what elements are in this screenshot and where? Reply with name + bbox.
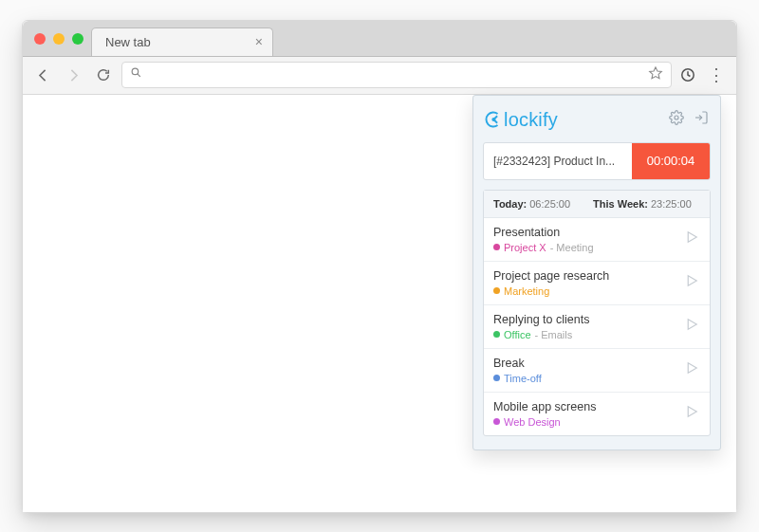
maximize-window-button[interactable] xyxy=(72,33,83,45)
entry-task: - Emails xyxy=(535,329,573,340)
clockify-logo-text: lockify xyxy=(504,109,558,131)
browser-menu-icon[interactable]: ⋮ xyxy=(704,64,729,85)
browser-toolbar: ⋮ xyxy=(23,57,736,95)
svg-marker-5 xyxy=(688,232,696,243)
window-controls xyxy=(23,33,95,45)
summary-week: This Week:23:25:00 xyxy=(593,198,692,210)
browser-window: New tab × ⋮ xyxy=(22,20,737,513)
time-entry[interactable]: Project page researchMarketing xyxy=(484,261,710,304)
entry-project: Project X xyxy=(504,242,546,253)
play-icon[interactable] xyxy=(683,229,700,249)
entry-task: - Meeting xyxy=(550,242,594,253)
back-button[interactable] xyxy=(30,63,55,87)
svg-marker-8 xyxy=(688,363,696,374)
time-entry[interactable]: BreakTime-off xyxy=(484,348,710,392)
address-bar[interactable] xyxy=(121,62,672,88)
forward-button[interactable] xyxy=(61,63,85,87)
project-color-dot xyxy=(493,375,500,381)
clockify-logo-icon xyxy=(485,111,502,128)
logout-icon[interactable] xyxy=(694,110,709,129)
close-window-button[interactable] xyxy=(34,33,46,45)
entry-title: Mobile app screens xyxy=(493,400,596,413)
time-entry[interactable]: PresentationProject X - Meeting xyxy=(484,218,710,261)
time-entry[interactable]: Mobile app screensWeb Design xyxy=(484,392,710,435)
entry-title: Break xyxy=(493,357,542,370)
page-content: lockify [#2332423] Product In... 00:00:0… xyxy=(23,95,736,512)
reload-button[interactable] xyxy=(91,63,116,87)
svg-marker-9 xyxy=(688,407,696,417)
bookmark-star-icon[interactable] xyxy=(648,65,663,84)
play-icon[interactable] xyxy=(683,272,700,293)
clockify-popup: lockify [#2332423] Product In... 00:00:0… xyxy=(472,95,721,450)
popup-header: lockify xyxy=(483,105,711,133)
active-timer: [#2332423] Product In... 00:00:04 xyxy=(483,142,711,180)
clockify-logo: lockify xyxy=(485,109,558,131)
project-color-dot xyxy=(493,331,500,338)
stop-timer-button[interactable]: 00:00:04 xyxy=(632,143,710,179)
entries-list: PresentationProject X - MeetingProject p… xyxy=(484,218,710,435)
entry-project: Marketing xyxy=(504,285,549,297)
play-icon[interactable] xyxy=(683,316,700,337)
search-icon xyxy=(130,66,142,82)
svg-point-3 xyxy=(492,119,494,120)
minimize-window-button[interactable] xyxy=(53,33,65,45)
entry-project: Time-off xyxy=(504,373,542,384)
play-icon[interactable] xyxy=(683,359,700,380)
entry-project: Web Design xyxy=(504,416,561,428)
settings-icon[interactable] xyxy=(669,110,684,129)
close-tab-icon[interactable]: × xyxy=(255,34,263,49)
active-timer-description[interactable]: [#2332423] Product In... xyxy=(493,155,624,168)
time-entry[interactable]: Replying to clientsOffice - Emails xyxy=(484,304,710,348)
tab-title: New tab xyxy=(105,35,151,49)
project-color-dot xyxy=(493,287,500,294)
entry-title: Project page research xyxy=(493,269,609,283)
clockify-extension-icon[interactable] xyxy=(677,64,698,85)
entry-project: Office xyxy=(504,329,531,340)
entry-title: Replying to clients xyxy=(493,313,589,326)
summary-today: Today:06:25:00 xyxy=(493,198,570,210)
time-summary: Today:06:25:00 This Week:23:25:00 xyxy=(484,191,710,218)
svg-point-4 xyxy=(675,116,678,119)
svg-marker-6 xyxy=(688,276,696,286)
project-color-dot xyxy=(493,244,500,250)
svg-marker-7 xyxy=(688,320,696,330)
svg-marker-1 xyxy=(650,67,662,79)
svg-point-0 xyxy=(132,68,139,75)
browser-tab[interactable]: New tab × xyxy=(91,28,273,56)
tab-strip: New tab × xyxy=(23,21,736,57)
play-icon[interactable] xyxy=(683,403,700,424)
entry-title: Presentation xyxy=(493,226,594,239)
project-color-dot xyxy=(493,418,500,425)
entries-card: Today:06:25:00 This Week:23:25:00 Presen… xyxy=(483,190,711,436)
